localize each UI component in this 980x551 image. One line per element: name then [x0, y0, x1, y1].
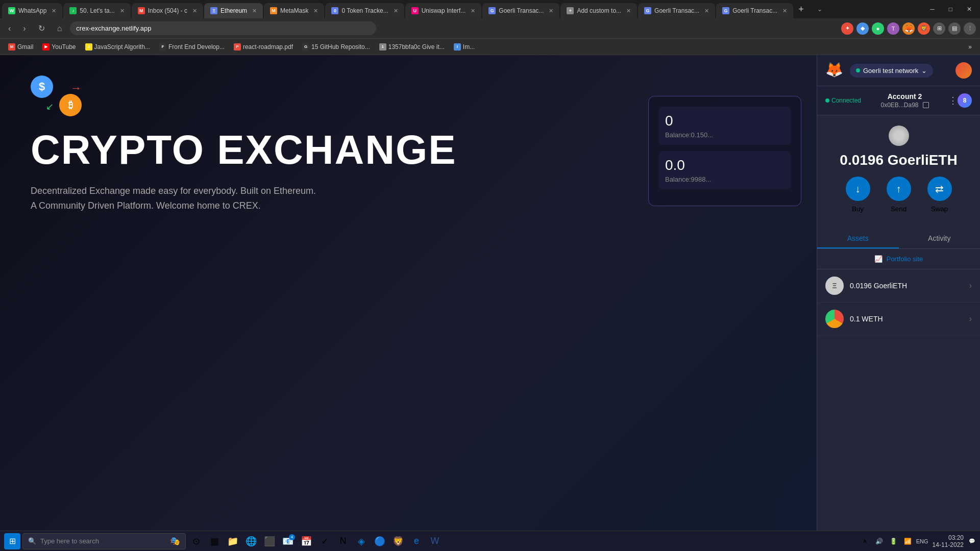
extensions-button[interactable]: ⊞ [933, 22, 945, 35]
back-button[interactable]: ‹ [4, 22, 15, 35]
menu-button[interactable]: ⋮ [964, 22, 976, 35]
tab-close-music[interactable]: ✕ [120, 8, 125, 14]
account-address[interactable]: 0x0EB...Da98 [861, 102, 948, 109]
word-button[interactable]: W [427, 533, 443, 549]
reload-button[interactable]: ↻ [34, 21, 49, 35]
bookmark-4[interactable]: P react-roadmap.pdf [230, 42, 297, 52]
bookmark-3[interactable]: F Front End Develop... [155, 42, 229, 52]
tab-favicon-metamask: M [270, 7, 277, 14]
browser-tab-metamask[interactable]: M MetaMask ✕ [264, 3, 324, 18]
extension-icon-2[interactable]: ● [872, 22, 884, 35]
terminal-button[interactable]: ⬛ [261, 533, 278, 549]
swap-button[interactable]: ⇄ Swap [927, 177, 952, 213]
browser-tab-token-tracker[interactable]: 0 0 Token Tracke... ✕ [325, 3, 404, 18]
widget-field-2[interactable]: 0.0 Balance:9988... [659, 151, 791, 189]
brave-icon[interactable]: 🦁 [918, 22, 930, 35]
buy-label: Buy [852, 205, 864, 213]
bookmark-label-0: Gmail [17, 43, 33, 51]
browser-tab-goerli-tx3[interactable]: G Goerli Transac... ✕ [716, 3, 793, 18]
asset-item-0[interactable]: Ξ 0.0196 GoerliETH › [817, 269, 980, 303]
browser-tab-goerli-tx2[interactable]: G Goerli Transac... ✕ [638, 3, 715, 18]
forward-button[interactable]: › [19, 22, 30, 35]
notion-button[interactable]: N [335, 533, 351, 549]
url-input[interactable] [70, 21, 376, 35]
copy-address-icon[interactable] [923, 102, 929, 108]
assets-tab[interactable]: Assets [817, 229, 899, 248]
maximize-button[interactable]: □ [943, 4, 959, 15]
asset-list: Ξ 0.0196 GoerliETH › 0.1 WETH › [817, 269, 980, 531]
tab-close-uniswap[interactable]: ✕ [471, 8, 475, 14]
tab-label-music: 50. Let's ta... [80, 7, 114, 14]
notification-button[interactable]: 💬 [968, 537, 976, 545]
file-explorer-button[interactable]: 📁 [225, 533, 241, 549]
browser-tab-goerli-tx1[interactable]: G Goerli Transac... ✕ [482, 3, 559, 18]
sidebar-button[interactable]: ▤ [948, 22, 961, 35]
tab-close-token-tracker[interactable]: ✕ [394, 8, 398, 14]
portfolio-link[interactable]: 📈 Portfolio site [817, 249, 980, 269]
extension-icon-1[interactable]: ◆ [856, 22, 869, 35]
taskbar-search[interactable]: 🔍 Type here to search 🎭 [22, 533, 186, 549]
site-logo: $ → ↙ ₿ [31, 76, 949, 116]
tab-close-metamask[interactable]: ✕ [313, 8, 318, 14]
start-button[interactable]: ⊞ [4, 533, 20, 549]
bookmark-0[interactable]: M Gmail [4, 42, 37, 52]
bookmark-2[interactable]: J JavaScript Algorith... [81, 42, 154, 52]
battery-icon[interactable]: 🔋 [888, 535, 900, 547]
browser-tab-gmail[interactable]: M Inbox (504) - c ✕ [132, 3, 203, 18]
new-tab-button[interactable]: + [794, 4, 808, 15]
task-view-button[interactable]: ⊙ [188, 533, 204, 549]
extension-icon-3[interactable]: T [887, 22, 899, 35]
tab-close-goerli-tx2[interactable]: ✕ [704, 8, 709, 14]
calendar-button[interactable]: 📅 [298, 533, 314, 549]
send-button[interactable]: ↑ Send [887, 177, 911, 213]
mail-button[interactable]: 📧 4 [280, 533, 296, 549]
close-button[interactable]: ✕ [961, 4, 978, 15]
bookmark-1[interactable]: ▶ YouTube [38, 42, 80, 52]
profile-icon[interactable]: ✦ [841, 22, 853, 35]
tab-close-goerli-tx1[interactable]: ✕ [549, 8, 553, 14]
metamask-fox-icon: 🦊 [825, 61, 844, 80]
tab-close-gmail[interactable]: ✕ [192, 8, 197, 14]
chrome-button[interactable]: 🔵 [372, 533, 388, 549]
browser-tab-music[interactable]: ♪ 50. Let's ta... ✕ [63, 3, 130, 18]
widgets-button[interactable]: ▦ [206, 533, 223, 549]
bookmark-5[interactable]: G 15 GitHub Reposito... [298, 42, 374, 52]
bookmark-label-6: 1357bbfa0c Give it... [388, 43, 445, 51]
activity-tab[interactable]: Activity [899, 229, 981, 248]
tab-close-ethereum[interactable]: ✕ [252, 8, 257, 14]
wifi-icon[interactable]: 📶 [902, 535, 914, 547]
tab-close-add-custom[interactable]: ✕ [626, 8, 631, 14]
minimize-button[interactable]: ─ [924, 4, 941, 15]
sound-icon[interactable]: 🔊 [873, 535, 886, 547]
browser-tab-add-custom[interactable]: + Add custom to... ✕ [560, 3, 637, 18]
account-avatar[interactable] [955, 62, 972, 79]
account-options-button[interactable]: ⋮ [948, 95, 958, 106]
network-selector-button[interactable]: Goerli test network ⌄ [850, 64, 933, 78]
mm-tabs: Assets Activity [817, 229, 980, 249]
tab-close-whatsapp[interactable]: ✕ [52, 8, 56, 14]
brave-taskbar-button[interactable]: 🦁 [390, 533, 406, 549]
tab-close-goerli-tx3[interactable]: ✕ [782, 8, 787, 14]
edge-button[interactable]: 🌐 [243, 533, 259, 549]
tab-list-button[interactable]: ⌄ [813, 4, 826, 15]
browser-tab-uniswap[interactable]: U Uniswap Interf... ✕ [405, 3, 482, 18]
more-bookmarks[interactable]: » [964, 42, 976, 52]
bookmark-6[interactable]: 1 1357bbfa0c Give it... [375, 42, 449, 52]
mail-badge: 4 [289, 534, 295, 540]
tray-expand-button[interactable]: ∧ [859, 535, 871, 547]
buy-button[interactable]: ↓ Buy [846, 177, 870, 213]
bookmark-favicon-1: ▶ [42, 43, 50, 51]
browser-tab-ethereum[interactable]: Ξ Ethereum ✕ [204, 3, 263, 18]
asset-item-1[interactable]: 0.1 WETH › [817, 303, 980, 336]
edge-taskbar-button[interactable]: e [408, 533, 425, 549]
tab-favicon-goerli-tx3: G [722, 7, 729, 14]
metamask-toolbar-icon[interactable]: 🦊 [902, 22, 915, 35]
home-button[interactable]: ⌂ [53, 22, 66, 35]
browser-tab-whatsapp[interactable]: W WhatsApp ✕ [2, 3, 62, 18]
widget-field-1[interactable]: 0 Balance:0.150... [659, 107, 791, 145]
vscode-button[interactable]: ◈ [353, 533, 370, 549]
todo-button[interactable]: ✓ [316, 533, 333, 549]
tab-favicon-add-custom: + [567, 7, 574, 14]
bookmark-7[interactable]: I Im... [450, 42, 479, 52]
taskbar-clock[interactable]: 03:20 14-11-2022 [933, 534, 964, 548]
